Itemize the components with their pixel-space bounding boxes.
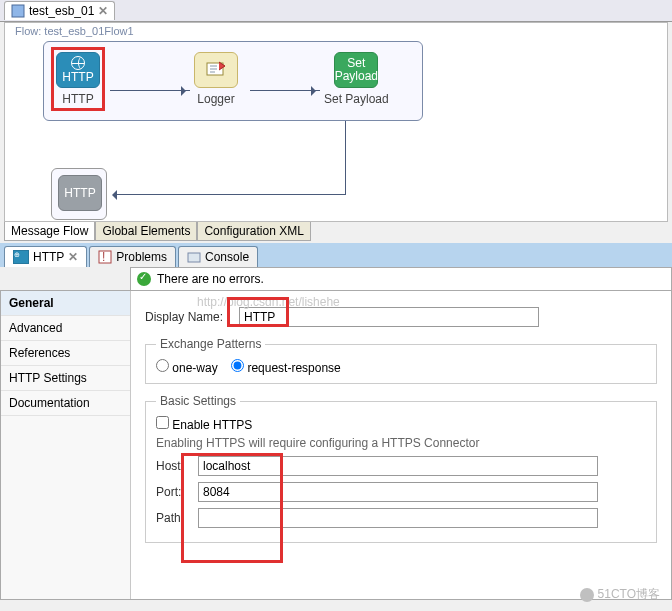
path-label: Path: — [156, 511, 192, 525]
node-set-payload[interactable]: SetPayload Set Payload — [324, 52, 389, 106]
tab-message-flow[interactable]: Message Flow — [4, 222, 95, 241]
flow-name-label: Flow: test_esb_01Flow1 — [15, 25, 134, 37]
side-nav: General Advanced References HTTP Setting… — [1, 291, 131, 599]
http-icon: HTTP — [58, 175, 102, 211]
exchange-patterns-fieldset: Exchange Patterns one-way request-respon… — [145, 337, 657, 384]
flow-container[interactable]: HTTP HTTP Logger SetPayload Set Payload — [43, 41, 423, 121]
port-input[interactable] — [198, 482, 598, 502]
node-http-label: HTTP — [56, 92, 100, 106]
radio-req-resp[interactable]: request-response — [231, 361, 341, 375]
side-item-advanced[interactable]: Advanced — [1, 316, 130, 341]
tab-console-label: Console — [205, 250, 249, 264]
connector-line — [345, 121, 346, 195]
http-icon: HTTP — [56, 52, 100, 88]
enable-https-checkbox[interactable]: Enable HTTPS — [156, 418, 252, 432]
editor-tab[interactable]: test_esb_01 ✕ — [4, 1, 115, 20]
editor-tab-title: test_esb_01 — [29, 4, 94, 18]
host-input[interactable] — [198, 456, 598, 476]
port-label: Port: — [156, 485, 192, 499]
node-logger[interactable]: Logger — [194, 52, 238, 106]
properties-area: General Advanced References HTTP Setting… — [0, 290, 672, 600]
tab-problems-label: Problems — [116, 250, 167, 264]
form-panel: http://blog.csdn.net/lishehe Display Nam… — [131, 291, 671, 599]
console-icon — [187, 250, 201, 264]
svg-rect-0 — [12, 5, 24, 17]
display-name-input[interactable] — [239, 307, 539, 327]
status-message: There are no errors. — [157, 272, 264, 286]
editor-tab-bar: test_esb_01 ✕ — [0, 0, 672, 22]
connector-line — [113, 194, 345, 195]
node-http-response[interactable]: HTTP — [58, 175, 102, 215]
tab-console[interactable]: Console — [178, 246, 258, 267]
flow-canvas[interactable]: Flow: test_esb_01Flow1 HTTP HTTP Logger … — [4, 22, 668, 222]
watermark-url: http://blog.csdn.net/lishehe — [197, 295, 340, 309]
basic-settings-fieldset: Basic Settings Enable HTTPS Enabling HTT… — [145, 394, 657, 543]
side-item-http-settings[interactable]: HTTP Settings — [1, 366, 130, 391]
close-icon[interactable]: ✕ — [68, 250, 78, 264]
host-label: Host: — [156, 459, 192, 473]
tab-http[interactable]: ⊕ HTTP ✕ — [4, 246, 87, 267]
problems-icon: ! — [98, 250, 112, 264]
path-input[interactable] — [198, 508, 598, 528]
basic-legend: Basic Settings — [156, 394, 240, 408]
http-icon: ⊕ — [13, 250, 29, 264]
page-watermark: 51CTO博客 — [580, 586, 660, 603]
svg-rect-7 — [188, 253, 200, 262]
radio-one-way[interactable]: one-way — [156, 361, 218, 375]
side-item-documentation[interactable]: Documentation — [1, 391, 130, 416]
lower-tab-bar: ⊕ HTTP ✕ ! Problems Console — [0, 243, 672, 267]
arrow-icon — [250, 90, 320, 91]
tab-global-elements[interactable]: Global Elements — [95, 222, 197, 241]
side-item-references[interactable]: References — [1, 341, 130, 366]
https-hint: Enabling HTTPS will require configuring … — [156, 436, 646, 450]
mule-file-icon — [11, 4, 25, 18]
svg-text:!: ! — [102, 250, 105, 264]
exchange-legend: Exchange Patterns — [156, 337, 265, 351]
set-payload-icon: SetPayload — [334, 52, 378, 88]
tab-http-label: HTTP — [33, 250, 64, 264]
node-set-payload-label: Set Payload — [324, 92, 389, 106]
node-logger-label: Logger — [194, 92, 238, 106]
arrow-icon — [110, 90, 190, 91]
logo-icon — [580, 588, 594, 602]
tab-config-xml[interactable]: Configuration XML — [197, 222, 310, 241]
ok-icon — [137, 272, 151, 286]
close-icon[interactable]: ✕ — [98, 4, 108, 18]
flow-response-container[interactable]: HTTP — [51, 168, 107, 220]
logger-icon — [194, 52, 238, 88]
tab-problems[interactable]: ! Problems — [89, 246, 176, 267]
arrowhead-icon — [107, 190, 117, 200]
display-name-label: Display Name: — [145, 310, 233, 324]
node-http[interactable]: HTTP HTTP — [56, 52, 100, 106]
lower-panel: ⊕ HTTP ✕ ! Problems Console There are no… — [0, 243, 672, 600]
side-item-general[interactable]: General — [1, 291, 130, 316]
status-row: There are no errors. — [130, 267, 672, 291]
flow-bottom-tabs: Message Flow Global Elements Configurati… — [4, 222, 668, 241]
